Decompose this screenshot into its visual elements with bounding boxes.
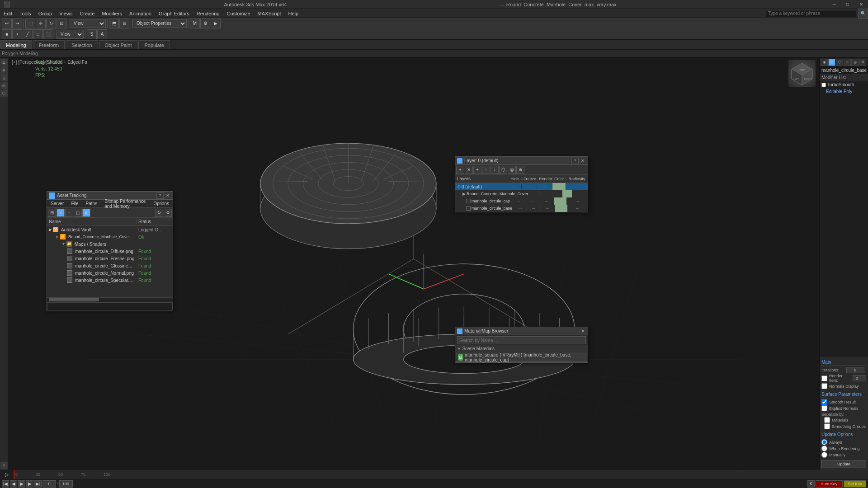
- mod-turbosmooth-checkbox[interactable]: [821, 83, 826, 87]
- border-button[interactable]: □: [33, 29, 43, 39]
- menu-customize[interactable]: Customize: [223, 9, 254, 18]
- menu-rendering[interactable]: Rendering: [193, 9, 223, 18]
- menu-edit[interactable]: Edit: [0, 9, 16, 18]
- left-btn-bottom[interactable]: ?: [0, 462, 8, 469]
- at-menu-file[interactable]: File: [67, 200, 82, 208]
- menu-maxscript[interactable]: MAXScript: [254, 9, 285, 18]
- mod-editable-poly[interactable]: Editable Poly: [820, 88, 868, 95]
- mat-browser-close[interactable]: ✕: [580, 328, 586, 334]
- at-search-input[interactable]: [47, 302, 173, 310]
- mirror-button[interactable]: ⬒: [109, 19, 119, 28]
- angle-snap-button[interactable]: A: [97, 29, 107, 39]
- always-radio[interactable]: [821, 439, 827, 445]
- lp-btn-1[interactable]: +: [456, 166, 464, 174]
- lp-btn-8[interactable]: ⊕: [516, 166, 524, 174]
- menu-help[interactable]: Help: [285, 9, 302, 18]
- materials-checkbox[interactable]: [824, 417, 830, 423]
- mod-icon-motion[interactable]: ▷: [844, 59, 851, 66]
- tab-populate[interactable]: Populate: [138, 40, 170, 49]
- at-help-button[interactable]: ?: [156, 192, 164, 199]
- set-key-btn[interactable]: Set Key: [844, 480, 866, 488]
- render-setup-button[interactable]: ⚙: [200, 19, 210, 28]
- tab-object-paint[interactable]: Object Paint: [99, 40, 138, 49]
- at-row-vault[interactable]: ▶ V Autodesk Vault Logged O...: [47, 226, 173, 233]
- timeline-track[interactable]: 0 25 50 75 100: [14, 470, 868, 479]
- left-btn-3[interactable]: △: [0, 74, 8, 81]
- mod-icon-create[interactable]: ◉: [821, 59, 828, 66]
- mod-turbosmooth[interactable]: TurboSmooth: [820, 81, 868, 88]
- mod-icon-hierarchy[interactable]: ⬡: [836, 59, 843, 66]
- lp-btn-5[interactable]: ↓: [491, 166, 499, 174]
- timeline-expand-btn[interactable]: ▷: [0, 470, 14, 479]
- layer-help-button[interactable]: ?: [571, 158, 579, 164]
- current-frame-input[interactable]: [42, 480, 56, 488]
- snap-button[interactable]: S: [87, 29, 97, 39]
- undo-button[interactable]: ↩: [2, 19, 12, 28]
- lp-row-cover[interactable]: ▶ Round_Concrete_Manhole_Cover ··· ··· ·…: [455, 190, 588, 197]
- manually-radio[interactable]: [821, 452, 827, 458]
- lp-row-cap[interactable]: manhole_circule_cap ··· ··· ··· ···: [455, 197, 588, 205]
- lp-btn-6[interactable]: ⬡: [499, 166, 507, 174]
- viewport[interactable]: [+] [Perspective] [Shaded + Edged Faces]…: [8, 58, 819, 470]
- explicit-normals-checkbox[interactable]: [821, 405, 827, 411]
- maximize-button[interactable]: □: [841, 0, 854, 9]
- reference-dropdown[interactable]: View: [70, 19, 106, 28]
- polygon-button[interactable]: ■: [2, 29, 12, 39]
- at-btn-4[interactable]: ⬚: [74, 209, 82, 217]
- rotate-button[interactable]: ↻: [46, 19, 56, 28]
- move-button[interactable]: ✛: [36, 19, 46, 28]
- at-row-max[interactable]: ▶ M Round_Concrete_Manhole_Cover_max_vra…: [47, 233, 173, 240]
- element-button[interactable]: ⬛: [43, 29, 53, 39]
- at-btn-settings[interactable]: ⚙: [164, 209, 172, 217]
- menu-create[interactable]: Create: [76, 9, 98, 18]
- at-btn-refresh[interactable]: ↻: [155, 209, 163, 217]
- asset-tracking-close[interactable]: ✕: [165, 192, 171, 199]
- render-button[interactable]: ▶: [211, 19, 221, 28]
- layer-panel-close[interactable]: ✕: [580, 158, 586, 164]
- vertex-button[interactable]: •: [12, 29, 22, 39]
- normals-checkbox[interactable]: [821, 383, 827, 389]
- smooth-result-checkbox[interactable]: [821, 399, 827, 405]
- layer-panel-header[interactable]: Layer: 0 (default) ? ✕: [455, 157, 588, 165]
- tab-freeform[interactable]: Freeform: [33, 40, 65, 49]
- mod-icon-display[interactable]: ◎: [851, 59, 859, 66]
- lp-row-base[interactable]: manhole_circule_base ··· ··· ··· ···: [455, 205, 588, 212]
- at-row-maps[interactable]: ▼ 📁 Maps / Shaders: [47, 240, 173, 248]
- render-iters-checkbox[interactable]: [821, 375, 827, 381]
- at-menu-options[interactable]: Options: [150, 200, 173, 208]
- total-frames-input[interactable]: [59, 480, 73, 488]
- tab-selection[interactable]: Selection: [66, 40, 98, 49]
- prev-frame-btn[interactable]: ◀: [10, 480, 17, 488]
- close-button[interactable]: ✕: [854, 0, 868, 9]
- play-btn[interactable]: ▶: [18, 480, 25, 488]
- mod-icon-utilities[interactable]: ⚙: [859, 59, 866, 66]
- left-btn-1[interactable]: ☰: [0, 59, 8, 66]
- menu-animation[interactable]: Animation: [126, 9, 155, 18]
- update-button[interactable]: Update: [821, 460, 866, 468]
- select-button[interactable]: ⬚: [25, 19, 35, 28]
- menu-group[interactable]: Group: [35, 9, 56, 18]
- search-button[interactable]: 🔍: [858, 9, 868, 19]
- lp-btn-4[interactable]: ↑: [482, 166, 490, 174]
- next-frame-btn[interactable]: ▶: [26, 480, 33, 488]
- at-row-fresnel[interactable]: manhole_circule_Fresnel.png Found: [47, 255, 173, 262]
- at-row-specular[interactable]: manhole_circule_Specular.png Found: [47, 277, 173, 284]
- material-button[interactable]: M: [190, 19, 200, 28]
- search-input[interactable]: [766, 10, 856, 17]
- mod-icon-modify[interactable]: ⊡: [828, 59, 835, 66]
- menu-tools[interactable]: Tools: [16, 9, 35, 18]
- at-row-gloss[interactable]: manhole_circule_Glossiness.png Found: [47, 262, 173, 269]
- viewport-dropdown[interactable]: View: [57, 30, 84, 39]
- lp-btn-3[interactable]: +: [473, 166, 481, 174]
- layer-dropdown[interactable]: Object Properties: [132, 19, 187, 28]
- tab-modeling[interactable]: Modeling: [0, 40, 32, 49]
- at-btn-5[interactable]: ≡: [82, 209, 90, 217]
- menu-graph-editors[interactable]: Graph Editors: [155, 9, 193, 18]
- lp-btn-7[interactable]: ◎: [508, 166, 516, 174]
- at-row-diffuse[interactable]: manhole_circule_Diffuse.png Found: [47, 248, 173, 255]
- mb-search-input[interactable]: [457, 336, 586, 344]
- scale-button[interactable]: ⊡: [57, 19, 66, 28]
- menu-modifiers[interactable]: Modifiers: [98, 9, 126, 18]
- at-scrollbar[interactable]: [47, 297, 173, 302]
- left-btn-4[interactable]: ◎: [0, 82, 8, 89]
